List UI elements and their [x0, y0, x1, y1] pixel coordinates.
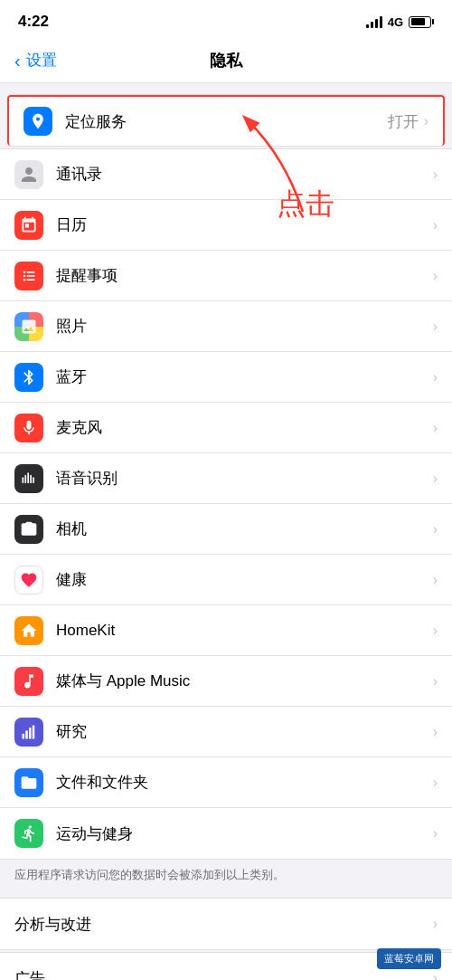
analysis-chevron-icon: ›: [433, 916, 438, 932]
privacy-settings-group: 通讯录 › 日历 › 提醒事项 ›: [0, 148, 452, 860]
files-row[interactable]: 文件和文件夹 ›: [0, 757, 452, 808]
microphone-row[interactable]: 麦克风 ›: [0, 403, 452, 453]
camera-chevron-icon: ›: [433, 521, 438, 538]
svg-rect-11: [33, 477, 34, 483]
status-time: 4:22: [18, 13, 49, 31]
microphone-chevron-icon: ›: [433, 420, 438, 436]
location-services-row[interactable]: 定位服务 打开 ›: [7, 95, 445, 146]
camera-row[interactable]: 相机 ›: [0, 504, 452, 555]
contacts-row[interactable]: 通讯录 ›: [0, 149, 452, 200]
network-type: 4G: [388, 15, 403, 29]
svg-rect-4: [27, 271, 35, 273]
svg-rect-5: [27, 275, 35, 277]
svg-rect-6: [27, 279, 35, 281]
fitness-label: 运动与健身: [56, 823, 433, 844]
music-chevron-icon: ›: [433, 673, 438, 690]
contacts-icon: [14, 160, 43, 189]
nav-bar: ‹ 设置 隐私: [0, 40, 452, 83]
back-chevron-icon: ‹: [14, 52, 21, 70]
speech-label: 语音识别: [56, 468, 433, 489]
location-icon: [24, 107, 52, 136]
contacts-chevron-icon: ›: [433, 167, 438, 183]
analysis-label: 分析与改进: [14, 914, 433, 935]
camera-label: 相机: [56, 519, 433, 539]
camera-icon: [14, 515, 43, 544]
bluetooth-icon: [14, 363, 43, 392]
location-services-label: 定位服务: [65, 111, 388, 132]
status-bar: 4:22 4G: [0, 0, 452, 40]
svg-rect-15: [33, 725, 35, 738]
footer-note: 应用程序请求访问您的数据时会被添加到以上类别。: [0, 860, 452, 896]
microphone-icon: [14, 414, 43, 442]
microphone-label: 麦克风: [56, 417, 433, 438]
contacts-label: 通讯录: [56, 164, 433, 185]
svg-rect-8: [24, 474, 26, 482]
music-row[interactable]: 媒体与 Apple Music ›: [0, 656, 452, 707]
files-label: 文件和文件夹: [56, 772, 433, 793]
photos-chevron-icon: ›: [433, 319, 438, 335]
svg-rect-12: [23, 733, 25, 738]
calendar-icon: [14, 211, 43, 240]
health-row[interactable]: 健康 ›: [0, 555, 452, 605]
location-services-group: 定位服务 打开 ›: [7, 94, 445, 147]
page-title: 隐私: [210, 50, 242, 71]
calendar-row[interactable]: 日历 ›: [0, 200, 452, 251]
fitness-icon: [14, 819, 43, 848]
music-icon: [14, 667, 43, 696]
ads-chevron-icon: ›: [433, 970, 438, 980]
photos-label: 照片: [56, 316, 433, 337]
photos-row[interactable]: 照片 ›: [0, 301, 452, 352]
research-chevron-icon: ›: [433, 724, 438, 740]
battery-icon: [409, 16, 434, 28]
back-button[interactable]: ‹ 设置: [14, 50, 57, 71]
photos-icon: [14, 312, 43, 341]
svg-point-2: [24, 274, 26, 277]
homekit-label: HomeKit: [56, 622, 433, 640]
speech-icon: [14, 464, 43, 493]
svg-rect-7: [23, 477, 24, 483]
reminders-icon: [14, 262, 43, 290]
location-chevron-icon: ›: [424, 113, 428, 129]
bluetooth-chevron-icon: ›: [433, 369, 438, 385]
signal-icon: [366, 15, 382, 28]
svg-rect-10: [30, 474, 32, 482]
watermark: 蓝莓安卓网: [377, 948, 441, 969]
calendar-label: 日历: [56, 214, 433, 235]
status-icons: 4G: [366, 15, 434, 29]
reminders-chevron-icon: ›: [433, 268, 438, 284]
reminders-label: 提醒事项: [56, 265, 433, 286]
health-icon: [14, 566, 43, 595]
svg-point-3: [24, 278, 26, 281]
bluetooth-label: 蓝牙: [56, 366, 433, 387]
files-chevron-icon: ›: [433, 775, 438, 791]
top-spacer: [0, 83, 452, 94]
homekit-row[interactable]: HomeKit ›: [0, 605, 452, 656]
svg-point-1: [24, 271, 26, 273]
files-icon: [14, 768, 43, 797]
annotation-container: 点击 定位服务 打开 ›: [0, 94, 452, 147]
bluetooth-row[interactable]: 蓝牙 ›: [0, 352, 452, 403]
analysis-group: 分析与改进 ›: [0, 898, 452, 950]
speech-row[interactable]: 语音识别 ›: [0, 453, 452, 504]
health-chevron-icon: ›: [433, 572, 438, 588]
research-icon: [14, 718, 43, 747]
svg-rect-9: [27, 472, 29, 483]
fitness-row[interactable]: 运动与健身 ›: [0, 808, 452, 859]
health-label: 健康: [56, 569, 433, 590]
ads-label: 广告: [14, 968, 433, 981]
music-label: 媒体与 Apple Music: [56, 671, 433, 691]
homekit-icon: [14, 616, 43, 645]
reminders-row[interactable]: 提醒事项 ›: [0, 251, 452, 301]
svg-rect-13: [25, 730, 28, 738]
fitness-chevron-icon: ›: [433, 825, 438, 842]
research-label: 研究: [56, 721, 433, 742]
svg-rect-14: [29, 728, 32, 739]
analysis-row[interactable]: 分析与改进 ›: [0, 899, 452, 949]
back-label: 设置: [26, 50, 57, 71]
calendar-chevron-icon: ›: [433, 217, 438, 233]
speech-chevron-icon: ›: [433, 471, 438, 487]
research-row[interactable]: 研究 ›: [0, 707, 452, 757]
homekit-chevron-icon: ›: [433, 623, 438, 639]
location-services-value: 打开: [388, 111, 419, 132]
